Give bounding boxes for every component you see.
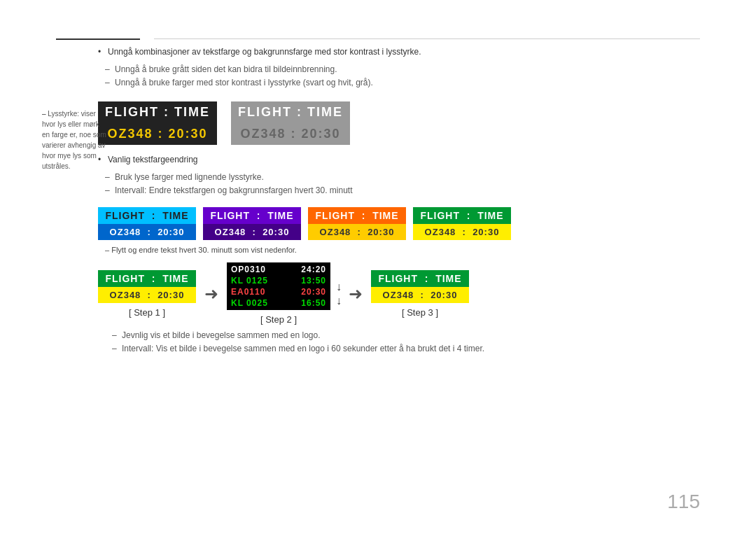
step2-row1: OP0310 24:20	[227, 264, 330, 275]
step2-time4: 16:50	[301, 298, 326, 308]
arrows-group: ↓ ↓ ➜	[336, 280, 365, 307]
step3-container: FLIGHT : TIME OZ348 : 20:30 [ Step 3 ]	[371, 270, 469, 318]
step2-code3: EA0110	[231, 287, 265, 297]
step1-container: FLIGHT : TIME OZ348 : 20:30 [ Step 1 ]	[98, 270, 196, 318]
color-box-orange: FLIGHT : TIME OZ348 : 20:30	[308, 207, 406, 240]
dash-item-2: Unngå å bruke farger med stor kontrast i…	[105, 76, 756, 90]
cb-green-value: OZ348 : 20:30	[413, 224, 511, 240]
cb-purple-header: FLIGHT : TIME	[203, 207, 301, 224]
flight-displays-top: FLIGHT : TIME OZ348 : 20:30 FLIGHT : TIM…	[98, 101, 756, 145]
top-rule-short	[56, 38, 140, 40]
flight-box-dark: FLIGHT : TIME OZ348 : 20:30	[98, 101, 217, 145]
down-arrow-1: ↓	[336, 280, 342, 293]
step1-value: OZ348 : 20:30	[98, 287, 196, 303]
cb-blue-value: OZ348 : 20:30	[98, 224, 196, 240]
flight-box-gray: FLIGHT : TIME OZ348 : 20:30	[231, 101, 350, 145]
step1-header: FLIGHT : TIME	[98, 270, 196, 287]
bullet-list-1: Unngå kombinasjoner av tekstfarge og bak…	[98, 45, 756, 59]
step3-value: OZ348 : 20:30	[371, 287, 469, 303]
step2-code2: KL 0125	[231, 276, 268, 286]
down-arrow-2: ↓	[336, 294, 342, 307]
arrow-2-icon: ➜	[349, 284, 363, 304]
main-content: Unngå kombinasjoner av tekstfarge og bak…	[98, 45, 756, 356]
dash-list-1: Unngå å bruke grått siden det kan bidra …	[105, 63, 756, 90]
color-box-purple: FLIGHT : TIME OZ348 : 20:30	[203, 207, 301, 240]
bottom-dash-list: Jevnlig vis et bilde i bevegelse sammen …	[112, 329, 756, 356]
vanlig-label: Vanlig tekstfargeendring	[98, 153, 756, 167]
bullet-item-1: Unngå kombinasjoner av tekstfarge og bak…	[98, 45, 756, 59]
color-boxes-row: FLIGHT : TIME OZ348 : 20:30 FLIGHT : TIM…	[98, 207, 756, 240]
sidebar-note-text: Lysstyrke: viser hvor lys eller mørk en …	[42, 110, 106, 170]
cb-orange-header: FLIGHT : TIME	[308, 207, 406, 224]
vanlig-d1: Bruk lyse farger med lignende lysstyrke.	[105, 171, 756, 184]
dash-item-1: Unngå å bruke grått siden det kan bidra …	[105, 63, 756, 76]
step1-label: [ Step 1 ]	[129, 307, 165, 318]
flight-header-dark: FLIGHT : TIME	[98, 101, 217, 123]
bottom-note-2: Intervall: Vis et bilde i bevegelse samm…	[112, 342, 756, 356]
step2-code4: KL 0025	[231, 298, 268, 308]
dash-list-2: Bruk lyse farger med lignende lysstyrke.…	[105, 171, 756, 197]
step2-label: [ Step 2 ]	[260, 314, 297, 325]
cb-purple-value: OZ348 : 20:30	[203, 224, 301, 240]
step2-time2: 13:50	[301, 276, 326, 286]
bottom-notes: Jevnlig vis et bilde i bevegelse sammen …	[105, 329, 756, 356]
arrow-1-icon: ➜	[204, 284, 218, 304]
step2-box: OP0310 24:20 KL 0125 13:50 EA0110 20:30 …	[227, 262, 330, 310]
step2-time3: 20:30	[301, 287, 326, 297]
page-number: 115	[667, 491, 700, 513]
step2-container: OP0310 24:20 KL 0125 13:50 EA0110 20:30 …	[227, 262, 330, 325]
steps-row: FLIGHT : TIME OZ348 : 20:30 [ Step 1 ] ➜…	[98, 262, 756, 325]
cb-green-header: FLIGHT : TIME	[413, 207, 511, 224]
flight-header-gray: FLIGHT : TIME	[231, 101, 350, 123]
step2-row2: KL 0125 13:50	[227, 275, 330, 286]
cb-blue-header: FLIGHT : TIME	[98, 207, 196, 224]
step3-header: FLIGHT : TIME	[371, 270, 469, 287]
bottom-note-1: Jevnlig vis et bilde i bevegelse sammen …	[112, 329, 756, 342]
step3-box: FLIGHT : TIME OZ348 : 20:30	[371, 270, 469, 303]
color-box-green: FLIGHT : TIME OZ348 : 20:30	[413, 207, 511, 240]
down-arrows-icon: ↓ ↓	[336, 280, 342, 307]
step2-row3: EA0110 20:30	[227, 286, 330, 297]
step2-time1: 24:20	[301, 265, 326, 274]
vanlig-d2: Intervall: Endre tekstfargen og bakgrunn…	[105, 184, 756, 197]
step1-box: FLIGHT : TIME OZ348 : 20:30	[98, 270, 196, 303]
step2-code1: OP0310	[231, 265, 266, 274]
flight-value-dark: OZ348 : 20:30	[98, 123, 217, 145]
flight-value-gray: OZ348 : 20:30	[231, 123, 350, 145]
bullet-list-2: Vanlig tekstfargeendring	[98, 153, 756, 167]
sidebar-dash: –	[42, 110, 46, 118]
step2-row4: KL 0025 16:50	[227, 297, 330, 309]
color-box-blue: FLIGHT : TIME OZ348 : 20:30	[98, 207, 196, 240]
cb-orange-value: OZ348 : 20:30	[308, 224, 406, 240]
step-note: Flytt og endre tekst hvert 30. minutt so…	[105, 246, 756, 254]
top-rule	[154, 38, 700, 39]
step3-label: [ Step 3 ]	[402, 307, 438, 318]
